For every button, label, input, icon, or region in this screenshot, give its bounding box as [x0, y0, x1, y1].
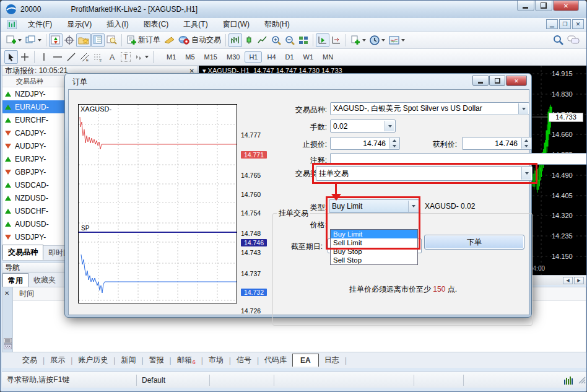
scroll-right-icon[interactable]: ▶	[574, 277, 584, 284]
tab-ea[interactable]: EA	[292, 354, 319, 367]
timeframe-m30[interactable]: M30	[222, 51, 244, 63]
dropdown-arrow-icon[interactable]	[385, 121, 394, 131]
menu-insert[interactable]: 插入(I)	[99, 18, 136, 31]
dropdown-arrow-icon[interactable]	[408, 201, 418, 212]
auto-trading-button[interactable]: 自动交易	[176, 33, 223, 47]
auto-scroll-button[interactable]	[316, 33, 329, 47]
crosshair-tool-button[interactable]	[18, 50, 32, 64]
status-profile[interactable]: Default	[137, 375, 210, 386]
tab-symbols[interactable]: 交易品种	[2, 245, 43, 260]
tab-favorites[interactable]: 收藏夹	[28, 273, 61, 287]
volume-select[interactable]: 0.02	[330, 120, 396, 133]
templates-button[interactable]	[387, 33, 407, 47]
tab-alerts[interactable]: 警报	[144, 353, 170, 367]
favorites-button[interactable]	[76, 33, 91, 47]
option-sell-limit[interactable]: Sell Limit	[331, 238, 417, 247]
timeframe-m5[interactable]: M5	[181, 51, 199, 63]
scroll-left-icon[interactable]: ◀	[563, 277, 573, 284]
up-arrow-icon	[5, 105, 11, 110]
tab-journal[interactable]: 日志	[319, 353, 345, 367]
search-button[interactable]	[551, 33, 565, 47]
title-bar[interactable]: 20000 ProfitMarketHK-Live2 - [XAGUSD-,H1…	[1, 1, 587, 18]
menu-window[interactable]: 窗口(W)	[215, 18, 257, 31]
indicators-button[interactable]	[349, 33, 368, 47]
terminal-close-icon[interactable]: ✕	[4, 290, 9, 297]
tab-market[interactable]: 市场	[203, 353, 229, 367]
dialog-minimize-button[interactable]	[472, 76, 489, 86]
take-profit-input[interactable]: 14.746	[462, 137, 532, 150]
text-tool-button[interactable]: A	[105, 50, 119, 64]
menu-tools[interactable]: 工具(T)	[176, 18, 215, 31]
symbol-select[interactable]: XAGUSD-, 白银美元 Spot Silver vs US Dollar	[330, 102, 529, 115]
timeframe-m15[interactable]: M15	[200, 51, 222, 63]
dialog-restore-button[interactable]	[489, 76, 505, 86]
timeframe-m1[interactable]: M1	[162, 51, 180, 63]
spinner-icon[interactable]	[521, 138, 531, 149]
comment-input[interactable]	[330, 153, 587, 165]
option-buy-limit[interactable]: Buy Limit	[331, 230, 417, 238]
option-sell-stop[interactable]: Sell Stop	[331, 256, 417, 264]
dropdown-arrow-icon[interactable]	[518, 103, 528, 114]
menu-help[interactable]: 帮助(H)	[257, 18, 297, 31]
order-dialog-title[interactable]: 订单	[72, 77, 87, 87]
vertical-line-tool-button[interactable]	[37, 50, 51, 64]
strategy-tester-button[interactable]	[105, 33, 119, 47]
minimize-button[interactable]	[517, 1, 534, 11]
cursor-tool-button[interactable]	[4, 50, 18, 64]
resize-grip-icon[interactable]	[578, 376, 586, 385]
crosshair-window-button[interactable]	[63, 33, 76, 47]
tab-trade[interactable]: 交易	[17, 353, 43, 367]
option-buy-stop[interactable]: Buy Stop	[331, 247, 417, 256]
timeframe-w1[interactable]: W1	[299, 51, 318, 63]
trade-type-select[interactable]: 挂单交易	[316, 166, 533, 181]
stop-line-tag: SP	[81, 225, 89, 232]
zoom-out-button[interactable]	[283, 33, 297, 47]
new-chart-button[interactable]	[4, 33, 24, 47]
tab-account-history[interactable]: 账户历史	[72, 353, 113, 367]
close-button[interactable]: ✕	[553, 1, 579, 11]
dialog-close-button[interactable]: ✕	[506, 76, 527, 86]
menu-file[interactable]: 文件(F)	[20, 18, 59, 31]
up-arrow-icon	[5, 92, 11, 97]
tab-signals[interactable]: 信号	[231, 353, 257, 367]
menu-view[interactable]: 显示(V)	[59, 18, 99, 31]
place-order-button[interactable]: 下单	[424, 235, 524, 250]
tab-news[interactable]: 新闻	[115, 353, 141, 367]
maximize-button[interactable]	[535, 1, 552, 11]
periods-button[interactable]	[368, 33, 387, 47]
pending-type-select[interactable]: Buy Limit	[329, 199, 419, 213]
chart-shift-button[interactable]	[329, 33, 343, 47]
new-chart-icon	[6, 35, 16, 45]
dropdown-arrow-icon[interactable]	[521, 167, 531, 180]
zoom-in-button[interactable]	[269, 33, 283, 47]
market-watch-toggle-button[interactable]	[49, 33, 63, 47]
comment-label: 注释:	[253, 155, 327, 166]
folder-star-icon	[78, 35, 89, 45]
tab-mailbox[interactable]: 邮箱6	[172, 353, 201, 367]
channel-tool-button[interactable]: E	[78, 50, 92, 64]
mdi-close-button[interactable]: ✕	[572, 19, 584, 29]
chat-button[interactable]	[565, 33, 581, 47]
cycle-lines-tool-button[interactable]	[133, 50, 150, 64]
profiles-button[interactable]	[24, 33, 43, 47]
timeframe-h4[interactable]: H4	[263, 51, 280, 63]
tab-code-base[interactable]: 代码库	[259, 353, 292, 367]
candlestick-mode-button[interactable]	[242, 33, 256, 47]
mdi-minimize-button[interactable]: ▁	[546, 19, 558, 29]
horizontal-line-tool-button[interactable]	[51, 50, 64, 64]
bar-chart-mode-button[interactable]	[228, 33, 242, 47]
mdi-restore-button[interactable]: ❐	[559, 19, 571, 29]
fibonacci-tool-button[interactable]: F	[92, 50, 105, 64]
trendline-tool-button[interactable]	[64, 50, 78, 64]
metaeditor-button[interactable]	[162, 33, 176, 47]
data-window-button[interactable]	[91, 33, 105, 47]
text-label-tool-button[interactable]: T	[119, 50, 133, 64]
tile-windows-button[interactable]	[297, 33, 310, 47]
menu-charts[interactable]: 图表(C)	[136, 18, 176, 31]
tab-exposure[interactable]: 展示	[45, 353, 71, 367]
timeframe-d1[interactable]: D1	[281, 51, 298, 63]
line-chart-mode-button[interactable]	[256, 33, 269, 47]
new-order-button[interactable]: 新订单	[124, 33, 162, 47]
timeframe-mn[interactable]: MN	[318, 51, 337, 63]
timeframe-h1[interactable]: H1	[245, 51, 262, 63]
